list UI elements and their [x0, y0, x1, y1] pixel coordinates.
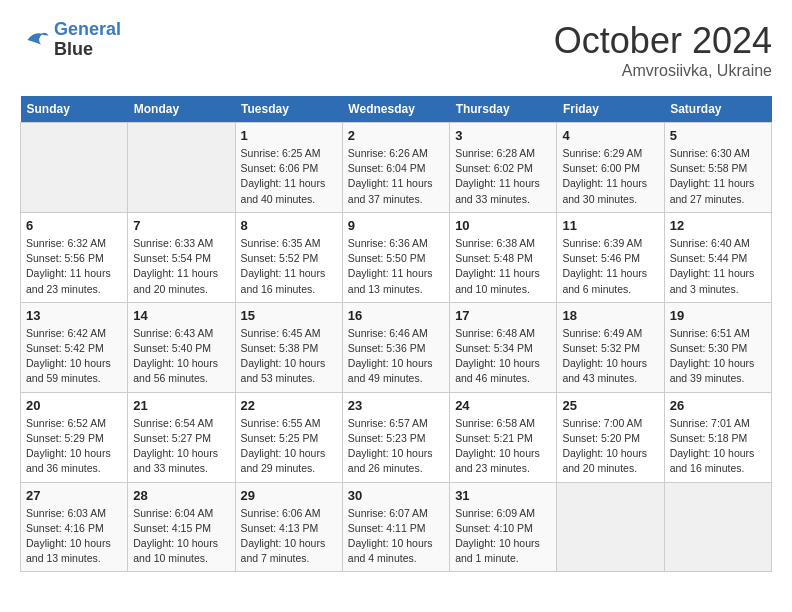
- calendar-day-cell: 25Sunrise: 7:00 AMSunset: 5:20 PMDayligh…: [557, 392, 664, 482]
- day-info: Sunrise: 6:46 AMSunset: 5:36 PMDaylight:…: [348, 326, 444, 387]
- weekday-header: Sunday: [21, 96, 128, 123]
- day-number: 21: [133, 398, 229, 413]
- day-info: Sunrise: 6:29 AMSunset: 6:00 PMDaylight:…: [562, 146, 658, 207]
- calendar-day-cell: 26Sunrise: 7:01 AMSunset: 5:18 PMDayligh…: [664, 392, 771, 482]
- day-info: Sunrise: 6:48 AMSunset: 5:34 PMDaylight:…: [455, 326, 551, 387]
- logo: General Blue: [20, 20, 121, 60]
- day-number: 20: [26, 398, 122, 413]
- calendar-header: SundayMondayTuesdayWednesdayThursdayFrid…: [21, 96, 772, 123]
- day-number: 28: [133, 488, 229, 503]
- day-number: 11: [562, 218, 658, 233]
- day-info: Sunrise: 6:55 AMSunset: 5:25 PMDaylight:…: [241, 416, 337, 477]
- logo-icon: [20, 25, 50, 55]
- weekday-header: Saturday: [664, 96, 771, 123]
- calendar-week-row: 13Sunrise: 6:42 AMSunset: 5:42 PMDayligh…: [21, 302, 772, 392]
- calendar-day-cell: 31Sunrise: 6:09 AMSunset: 4:10 PMDayligh…: [450, 482, 557, 572]
- weekday-header: Wednesday: [342, 96, 449, 123]
- day-info: Sunrise: 6:25 AMSunset: 6:06 PMDaylight:…: [241, 146, 337, 207]
- calendar-week-row: 20Sunrise: 6:52 AMSunset: 5:29 PMDayligh…: [21, 392, 772, 482]
- day-info: Sunrise: 6:35 AMSunset: 5:52 PMDaylight:…: [241, 236, 337, 297]
- calendar-day-cell: 12Sunrise: 6:40 AMSunset: 5:44 PMDayligh…: [664, 212, 771, 302]
- day-info: Sunrise: 6:32 AMSunset: 5:56 PMDaylight:…: [26, 236, 122, 297]
- day-number: 12: [670, 218, 766, 233]
- day-info: Sunrise: 6:40 AMSunset: 5:44 PMDaylight:…: [670, 236, 766, 297]
- day-info: Sunrise: 6:06 AMSunset: 4:13 PMDaylight:…: [241, 506, 337, 567]
- day-number: 23: [348, 398, 444, 413]
- day-number: 1: [241, 128, 337, 143]
- day-info: Sunrise: 6:04 AMSunset: 4:15 PMDaylight:…: [133, 506, 229, 567]
- calendar-day-cell: 2Sunrise: 6:26 AMSunset: 6:04 PMDaylight…: [342, 123, 449, 213]
- calendar-day-cell: [557, 482, 664, 572]
- day-number: 6: [26, 218, 122, 233]
- day-info: Sunrise: 6:45 AMSunset: 5:38 PMDaylight:…: [241, 326, 337, 387]
- day-info: Sunrise: 6:03 AMSunset: 4:16 PMDaylight:…: [26, 506, 122, 567]
- day-number: 15: [241, 308, 337, 323]
- day-info: Sunrise: 6:38 AMSunset: 5:48 PMDaylight:…: [455, 236, 551, 297]
- day-number: 22: [241, 398, 337, 413]
- calendar-day-cell: 1Sunrise: 6:25 AMSunset: 6:06 PMDaylight…: [235, 123, 342, 213]
- calendar-week-row: 1Sunrise: 6:25 AMSunset: 6:06 PMDaylight…: [21, 123, 772, 213]
- day-number: 2: [348, 128, 444, 143]
- calendar-day-cell: 22Sunrise: 6:55 AMSunset: 5:25 PMDayligh…: [235, 392, 342, 482]
- day-number: 10: [455, 218, 551, 233]
- day-number: 16: [348, 308, 444, 323]
- calendar-day-cell: 5Sunrise: 6:30 AMSunset: 5:58 PMDaylight…: [664, 123, 771, 213]
- day-number: 29: [241, 488, 337, 503]
- day-info: Sunrise: 6:09 AMSunset: 4:10 PMDaylight:…: [455, 506, 551, 567]
- calendar-day-cell: 23Sunrise: 6:57 AMSunset: 5:23 PMDayligh…: [342, 392, 449, 482]
- day-info: Sunrise: 6:26 AMSunset: 6:04 PMDaylight:…: [348, 146, 444, 207]
- day-number: 31: [455, 488, 551, 503]
- day-number: 19: [670, 308, 766, 323]
- weekday-header: Tuesday: [235, 96, 342, 123]
- weekday-header: Thursday: [450, 96, 557, 123]
- calendar-day-cell: 29Sunrise: 6:06 AMSunset: 4:13 PMDayligh…: [235, 482, 342, 572]
- calendar-day-cell: 4Sunrise: 6:29 AMSunset: 6:00 PMDaylight…: [557, 123, 664, 213]
- day-number: 25: [562, 398, 658, 413]
- calendar-day-cell: 19Sunrise: 6:51 AMSunset: 5:30 PMDayligh…: [664, 302, 771, 392]
- day-info: Sunrise: 6:54 AMSunset: 5:27 PMDaylight:…: [133, 416, 229, 477]
- day-number: 27: [26, 488, 122, 503]
- day-info: Sunrise: 6:51 AMSunset: 5:30 PMDaylight:…: [670, 326, 766, 387]
- day-number: 7: [133, 218, 229, 233]
- calendar-week-row: 6Sunrise: 6:32 AMSunset: 5:56 PMDaylight…: [21, 212, 772, 302]
- day-info: Sunrise: 7:00 AMSunset: 5:20 PMDaylight:…: [562, 416, 658, 477]
- calendar-day-cell: 14Sunrise: 6:43 AMSunset: 5:40 PMDayligh…: [128, 302, 235, 392]
- day-number: 9: [348, 218, 444, 233]
- calendar-day-cell: 7Sunrise: 6:33 AMSunset: 5:54 PMDaylight…: [128, 212, 235, 302]
- calendar-body: 1Sunrise: 6:25 AMSunset: 6:06 PMDaylight…: [21, 123, 772, 572]
- day-info: Sunrise: 6:57 AMSunset: 5:23 PMDaylight:…: [348, 416, 444, 477]
- day-number: 3: [455, 128, 551, 143]
- calendar-day-cell: 21Sunrise: 6:54 AMSunset: 5:27 PMDayligh…: [128, 392, 235, 482]
- day-number: 13: [26, 308, 122, 323]
- calendar-day-cell: 16Sunrise: 6:46 AMSunset: 5:36 PMDayligh…: [342, 302, 449, 392]
- calendar-day-cell: 28Sunrise: 6:04 AMSunset: 4:15 PMDayligh…: [128, 482, 235, 572]
- calendar-day-cell: 20Sunrise: 6:52 AMSunset: 5:29 PMDayligh…: [21, 392, 128, 482]
- calendar-day-cell: [21, 123, 128, 213]
- calendar-day-cell: 13Sunrise: 6:42 AMSunset: 5:42 PMDayligh…: [21, 302, 128, 392]
- month-title: October 2024: [554, 20, 772, 62]
- day-info: Sunrise: 6:28 AMSunset: 6:02 PMDaylight:…: [455, 146, 551, 207]
- calendar-day-cell: [664, 482, 771, 572]
- day-number: 5: [670, 128, 766, 143]
- calendar-day-cell: 15Sunrise: 6:45 AMSunset: 5:38 PMDayligh…: [235, 302, 342, 392]
- day-number: 30: [348, 488, 444, 503]
- day-info: Sunrise: 6:30 AMSunset: 5:58 PMDaylight:…: [670, 146, 766, 207]
- day-info: Sunrise: 6:39 AMSunset: 5:46 PMDaylight:…: [562, 236, 658, 297]
- calendar-day-cell: 27Sunrise: 6:03 AMSunset: 4:16 PMDayligh…: [21, 482, 128, 572]
- weekday-header-row: SundayMondayTuesdayWednesdayThursdayFrid…: [21, 96, 772, 123]
- logo-text: General Blue: [54, 20, 121, 60]
- calendar-day-cell: 11Sunrise: 6:39 AMSunset: 5:46 PMDayligh…: [557, 212, 664, 302]
- day-number: 26: [670, 398, 766, 413]
- calendar-day-cell: 8Sunrise: 6:35 AMSunset: 5:52 PMDaylight…: [235, 212, 342, 302]
- title-block: October 2024 Amvrosiivka, Ukraine: [554, 20, 772, 80]
- day-number: 17: [455, 308, 551, 323]
- calendar-day-cell: 24Sunrise: 6:58 AMSunset: 5:21 PMDayligh…: [450, 392, 557, 482]
- location: Amvrosiivka, Ukraine: [554, 62, 772, 80]
- calendar-day-cell: 17Sunrise: 6:48 AMSunset: 5:34 PMDayligh…: [450, 302, 557, 392]
- day-info: Sunrise: 6:33 AMSunset: 5:54 PMDaylight:…: [133, 236, 229, 297]
- calendar-day-cell: 6Sunrise: 6:32 AMSunset: 5:56 PMDaylight…: [21, 212, 128, 302]
- day-number: 4: [562, 128, 658, 143]
- day-number: 18: [562, 308, 658, 323]
- day-number: 8: [241, 218, 337, 233]
- weekday-header: Friday: [557, 96, 664, 123]
